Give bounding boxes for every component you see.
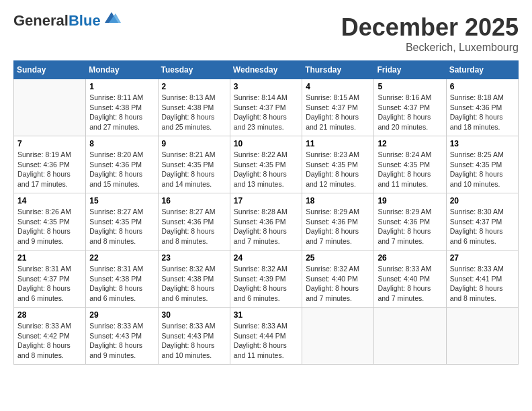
week-row-4: 21Sunrise: 8:31 AMSunset: 4:37 PMDayligh… (14, 250, 519, 308)
day-info: Sunrise: 8:20 AMSunset: 4:36 PMDaylight:… (89, 150, 154, 189)
day-number: 12 (378, 139, 442, 148)
day-number: 11 (306, 139, 370, 148)
day-number: 18 (306, 196, 370, 205)
calendar-cell: 30Sunrise: 8:33 AMSunset: 4:43 PMDayligh… (158, 308, 230, 365)
calendar-cell (302, 308, 374, 365)
title-block: December 2025 Beckerich, Luxembourg (341, 13, 519, 54)
calendar-cell: 10Sunrise: 8:22 AMSunset: 4:35 PMDayligh… (230, 136, 302, 193)
day-number: 5 (378, 82, 442, 91)
day-info: Sunrise: 8:32 AMSunset: 4:40 PMDaylight:… (306, 264, 370, 304)
day-number: 20 (450, 196, 515, 205)
day-info: Sunrise: 8:13 AMSunset: 4:38 PMDaylight:… (162, 93, 226, 132)
calendar-cell: 31Sunrise: 8:33 AMSunset: 4:44 PMDayligh… (230, 308, 302, 365)
day-info: Sunrise: 8:29 AMSunset: 4:36 PMDaylight:… (306, 207, 370, 246)
week-row-3: 14Sunrise: 8:26 AMSunset: 4:35 PMDayligh… (14, 193, 519, 250)
column-header-tuesday: Tuesday (158, 61, 230, 79)
day-info: Sunrise: 8:16 AMSunset: 4:37 PMDaylight:… (378, 93, 442, 132)
day-number: 27 (450, 253, 515, 263)
day-info: Sunrise: 8:22 AMSunset: 4:35 PMDaylight:… (234, 150, 298, 189)
day-info: Sunrise: 8:33 AMSunset: 4:43 PMDaylight:… (89, 321, 154, 361)
column-header-saturday: Saturday (446, 61, 518, 79)
calendar-cell: 7Sunrise: 8:19 AMSunset: 4:36 PMDaylight… (14, 136, 86, 193)
day-info: Sunrise: 8:30 AMSunset: 4:37 PMDaylight:… (450, 207, 515, 246)
day-info: Sunrise: 8:32 AMSunset: 4:39 PMDaylight:… (234, 264, 298, 304)
calendar-cell: 3Sunrise: 8:14 AMSunset: 4:37 PMDaylight… (230, 79, 302, 136)
day-info: Sunrise: 8:31 AMSunset: 4:37 PMDaylight:… (17, 264, 82, 304)
day-number: 26 (378, 253, 442, 263)
day-info: Sunrise: 8:23 AMSunset: 4:35 PMDaylight:… (306, 150, 370, 189)
calendar-cell: 25Sunrise: 8:32 AMSunset: 4:40 PMDayligh… (302, 250, 374, 308)
day-info: Sunrise: 8:31 AMSunset: 4:38 PMDaylight:… (89, 264, 154, 304)
calendar-cell: 11Sunrise: 8:23 AMSunset: 4:35 PMDayligh… (302, 136, 374, 193)
calendar-cell: 22Sunrise: 8:31 AMSunset: 4:38 PMDayligh… (86, 250, 158, 308)
day-number: 24 (234, 253, 298, 263)
calendar-cell: 20Sunrise: 8:30 AMSunset: 4:37 PMDayligh… (446, 193, 518, 250)
calendar-cell: 17Sunrise: 8:28 AMSunset: 4:36 PMDayligh… (230, 193, 302, 250)
day-number: 28 (17, 310, 82, 320)
day-number: 7 (17, 139, 82, 148)
day-info: Sunrise: 8:15 AMSunset: 4:37 PMDaylight:… (306, 93, 370, 132)
day-info: Sunrise: 8:33 AMSunset: 4:40 PMDaylight:… (378, 264, 442, 304)
calendar-cell (446, 308, 518, 365)
logo: GeneralBlue (13, 13, 121, 28)
day-number: 15 (89, 196, 154, 205)
day-info: Sunrise: 8:21 AMSunset: 4:35 PMDaylight:… (162, 150, 226, 189)
day-number: 21 (17, 253, 82, 263)
day-number: 31 (234, 310, 298, 320)
column-header-monday: Monday (86, 61, 158, 79)
day-number: 6 (450, 82, 515, 91)
calendar-cell (14, 79, 86, 136)
calendar-cell: 8Sunrise: 8:20 AMSunset: 4:36 PMDaylight… (86, 136, 158, 193)
day-number: 9 (162, 139, 226, 148)
day-number: 23 (162, 253, 226, 263)
page-header: GeneralBlue December 2025 Beckerich, Lux… (13, 13, 519, 54)
calendar-cell: 14Sunrise: 8:26 AMSunset: 4:35 PMDayligh… (14, 193, 86, 250)
logo-text: GeneralBlue (13, 13, 101, 28)
calendar-header-row: SundayMondayTuesdayWednesdayThursdayFrid… (14, 61, 519, 79)
calendar-cell: 1Sunrise: 8:11 AMSunset: 4:38 PMDaylight… (86, 79, 158, 136)
calendar-cell: 21Sunrise: 8:31 AMSunset: 4:37 PMDayligh… (14, 250, 86, 308)
day-info: Sunrise: 8:33 AMSunset: 4:44 PMDaylight:… (234, 321, 298, 361)
calendar-table: SundayMondayTuesdayWednesdayThursdayFrid… (13, 60, 519, 365)
day-info: Sunrise: 8:11 AMSunset: 4:38 PMDaylight:… (89, 93, 154, 132)
day-number: 13 (450, 139, 515, 148)
day-number: 3 (234, 82, 298, 91)
calendar-cell (374, 308, 446, 365)
day-info: Sunrise: 8:27 AMSunset: 4:36 PMDaylight:… (162, 207, 226, 246)
day-number: 29 (89, 310, 154, 320)
calendar-cell: 16Sunrise: 8:27 AMSunset: 4:36 PMDayligh… (158, 193, 230, 250)
day-number: 22 (89, 253, 154, 263)
logo-icon (102, 11, 121, 26)
calendar-cell: 2Sunrise: 8:13 AMSunset: 4:38 PMDaylight… (158, 79, 230, 136)
column-header-wednesday: Wednesday (230, 61, 302, 79)
week-row-2: 7Sunrise: 8:19 AMSunset: 4:36 PMDaylight… (14, 136, 519, 193)
day-info: Sunrise: 8:26 AMSunset: 4:35 PMDaylight:… (17, 207, 82, 246)
calendar-cell: 4Sunrise: 8:15 AMSunset: 4:37 PMDaylight… (302, 79, 374, 136)
calendar-cell: 13Sunrise: 8:25 AMSunset: 4:35 PMDayligh… (446, 136, 518, 193)
day-number: 19 (378, 196, 442, 205)
day-info: Sunrise: 8:19 AMSunset: 4:36 PMDaylight:… (17, 150, 82, 189)
day-info: Sunrise: 8:28 AMSunset: 4:36 PMDaylight:… (234, 207, 298, 246)
calendar-cell: 19Sunrise: 8:29 AMSunset: 4:36 PMDayligh… (374, 193, 446, 250)
day-info: Sunrise: 8:33 AMSunset: 4:43 PMDaylight:… (162, 321, 226, 361)
calendar-cell: 23Sunrise: 8:32 AMSunset: 4:38 PMDayligh… (158, 250, 230, 308)
calendar-cell: 29Sunrise: 8:33 AMSunset: 4:43 PMDayligh… (86, 308, 158, 365)
week-row-5: 28Sunrise: 8:33 AMSunset: 4:42 PMDayligh… (14, 308, 519, 365)
column-header-sunday: Sunday (14, 61, 86, 79)
day-info: Sunrise: 8:29 AMSunset: 4:36 PMDaylight:… (378, 207, 442, 246)
column-header-thursday: Thursday (302, 61, 374, 79)
month-title: December 2025 (341, 13, 519, 42)
day-number: 1 (89, 82, 154, 91)
day-info: Sunrise: 8:24 AMSunset: 4:35 PMDaylight:… (378, 150, 442, 189)
calendar-cell: 26Sunrise: 8:33 AMSunset: 4:40 PMDayligh… (374, 250, 446, 308)
day-info: Sunrise: 8:33 AMSunset: 4:41 PMDaylight:… (450, 264, 515, 304)
day-number: 16 (162, 196, 226, 205)
day-info: Sunrise: 8:33 AMSunset: 4:42 PMDaylight:… (17, 321, 82, 361)
day-info: Sunrise: 8:32 AMSunset: 4:38 PMDaylight:… (162, 264, 226, 304)
calendar-cell: 6Sunrise: 8:18 AMSunset: 4:36 PMDaylight… (446, 79, 518, 136)
day-number: 25 (306, 253, 370, 263)
calendar-cell: 27Sunrise: 8:33 AMSunset: 4:41 PMDayligh… (446, 250, 518, 308)
day-info: Sunrise: 8:14 AMSunset: 4:37 PMDaylight:… (234, 93, 298, 132)
calendar-cell: 18Sunrise: 8:29 AMSunset: 4:36 PMDayligh… (302, 193, 374, 250)
day-number: 10 (234, 139, 298, 148)
